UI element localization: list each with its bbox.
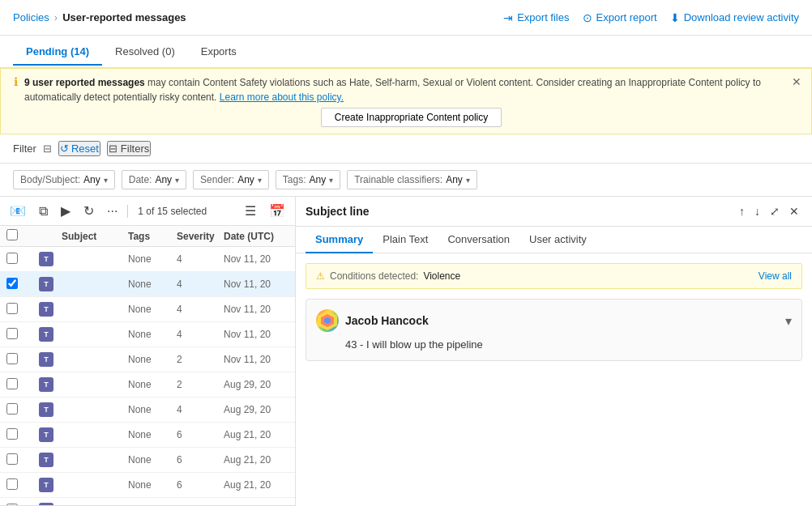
table-row[interactable]: T None 6 May 15, 20 [0, 498, 295, 505]
col-severity-header[interactable]: Severity [177, 231, 224, 242]
row-tags: None [128, 253, 177, 265]
col-subject-header[interactable]: Subject [62, 231, 128, 242]
teams-icon: T [39, 327, 53, 342]
table-row[interactable]: T None 4 Nov 11, 20 [0, 297, 295, 322]
filter-icon: ⊟ [109, 142, 118, 155]
row-checkbox[interactable] [6, 328, 18, 339]
tab-user-activity[interactable]: User activity [519, 227, 596, 253]
row-date: Aug 21, 20 [224, 479, 288, 491]
row-tags: None [128, 404, 177, 415]
row-severity: 2 [177, 379, 224, 390]
teams-icon: T [39, 402, 53, 417]
tab-pending[interactable]: Pending (14) [13, 39, 102, 66]
chevron-down-icon: ▾ [175, 176, 179, 185]
col-date-header[interactable]: Date (UTC) [224, 231, 288, 242]
sender-name: Jacob Hancock [345, 314, 429, 327]
row-severity: 4 [177, 329, 224, 340]
row-tags: None [128, 479, 177, 491]
row-checkbox[interactable] [6, 278, 18, 289]
table-row[interactable]: T None 6 Aug 21, 20 [0, 423, 295, 448]
download-activity-button[interactable]: ⬇ Download review activity [670, 11, 799, 24]
nav-up-button[interactable]: ↑ [736, 203, 748, 219]
table-row[interactable]: T None 4 Nov 11, 20 [0, 247, 295, 272]
close-banner-button[interactable]: ✕ [792, 75, 801, 88]
detail-title: Subject line [306, 205, 370, 218]
table-area: 📧 ⧉ ▶ ↻ ··· 1 of 15 selected ☰ 📅 Subject… [0, 197, 296, 506]
row-checkbox[interactable] [6, 478, 18, 490]
select-all-checkbox[interactable] [6, 229, 18, 240]
row-checkbox[interactable] [6, 303, 18, 314]
copy-icon[interactable]: ⧉ [36, 202, 51, 220]
filters-button[interactable]: ⊟ Filters [107, 141, 151, 156]
more-actions-icon[interactable]: ··· [104, 202, 121, 220]
top-bar: Policies › User-reported messages ⇥ Expo… [0, 0, 812, 36]
tab-plain-text[interactable]: Plain Text [373, 227, 438, 253]
row-icon: T [39, 478, 62, 492]
tab-conversation[interactable]: Conversation [438, 227, 519, 253]
row-checkbox[interactable] [6, 378, 18, 389]
inbox-icon[interactable]: 📧 [6, 202, 29, 220]
table-row[interactable]: T None 4 Aug 29, 20 [0, 398, 295, 423]
row-icon: T [39, 402, 62, 417]
export-report-button[interactable]: ⊙ Export report [583, 11, 657, 24]
table-row[interactable]: T None 6 Aug 21, 20 [0, 448, 295, 473]
detail-content: ⚠ Conditions detected: Violence View all [296, 253, 812, 506]
row-checkbox[interactable] [6, 403, 18, 415]
separator [127, 205, 128, 218]
row-checkbox[interactable] [6, 253, 18, 264]
row-severity: 4 [177, 304, 224, 315]
row-tags: None [128, 379, 177, 390]
view-all-link[interactable]: View all [759, 270, 792, 282]
date-dropdown[interactable]: Date: Any ▾ [122, 170, 186, 189]
row-checkbox[interactable] [6, 428, 18, 440]
row-icon: T [39, 302, 62, 317]
teams-icon: T [39, 377, 53, 392]
row-tags: None [128, 279, 177, 290]
export-report-icon: ⊙ [583, 11, 592, 24]
row-severity: 6 [177, 454, 224, 466]
row-tags: None [128, 354, 177, 365]
table-row[interactable]: T None 4 Nov 11, 20 [0, 272, 295, 297]
reset-filter-button[interactable]: ↺ Reset [58, 141, 100, 156]
tab-resolved[interactable]: Resolved (0) [102, 39, 188, 66]
table-row[interactable]: T None 2 Nov 11, 20 [0, 347, 295, 372]
create-policy-button[interactable]: Create Inappropriate Content policy [321, 108, 502, 127]
trainable-classifiers-dropdown[interactable]: Trainable classifiers: Any ▾ [347, 170, 477, 189]
filter-funnel-icon: ⊟ [43, 142, 52, 155]
chevron-down-icon: ▾ [466, 176, 470, 185]
send-icon[interactable]: ▶ [58, 202, 74, 220]
col-tags-header[interactable]: Tags [128, 231, 177, 242]
teams-icon: T [39, 478, 53, 492]
row-severity: 6 [177, 429, 224, 440]
learn-more-link[interactable]: Learn more about this policy. [220, 91, 344, 103]
sender-dropdown[interactable]: Sender: Any ▾ [193, 170, 269, 189]
table-row[interactable]: T None 6 Aug 21, 20 [0, 473, 295, 498]
list-view-icon[interactable]: ☰ [241, 202, 259, 220]
expand-panel-button[interactable]: ⤢ [767, 203, 783, 219]
conditions-bar: ⚠ Conditions detected: Violence View all [306, 263, 802, 289]
body-subject-dropdown[interactable]: Body/Subject: Any ▾ [13, 170, 115, 189]
teams-icon: T [39, 427, 53, 442]
row-severity: 4 [177, 253, 224, 265]
table-row[interactable]: T None 4 Nov 11, 20 [0, 322, 295, 347]
calendar-icon[interactable]: 📅 [266, 202, 288, 220]
table-row[interactable]: T None 2 Aug 29, 20 [0, 372, 295, 398]
row-tags: None [128, 429, 177, 440]
row-checkbox[interactable] [6, 353, 18, 364]
export-files-icon: ⇥ [503, 11, 513, 24]
breadcrumb-parent[interactable]: Policies [13, 11, 49, 23]
tags-dropdown[interactable]: Tags: Any ▾ [276, 170, 340, 189]
teams-icon: T [39, 453, 53, 467]
close-panel-button[interactable]: ✕ [786, 203, 802, 219]
collapse-message-button[interactable]: ▾ [785, 313, 792, 329]
tab-exports[interactable]: Exports [188, 39, 250, 66]
refresh-icon[interactable]: ↻ [80, 202, 97, 220]
nav-down-button[interactable]: ↓ [751, 203, 763, 219]
export-files-button[interactable]: ⇥ Export files [503, 11, 569, 24]
tab-summary[interactable]: Summary [306, 227, 373, 253]
chevron-down-icon: ▾ [329, 176, 333, 185]
row-date: Nov 11, 20 [224, 304, 288, 315]
row-severity: 2 [177, 354, 224, 365]
teams-icon: T [39, 302, 53, 317]
row-checkbox[interactable] [6, 453, 18, 465]
